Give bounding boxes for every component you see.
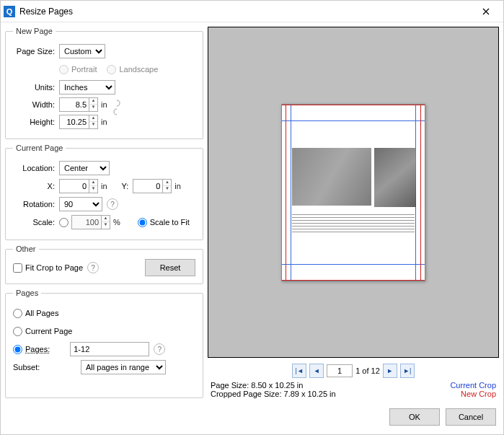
- x-spinner[interactable]: ▲▼: [59, 179, 98, 193]
- pages-group: Pages All Pages Current Page Pages: ? Su…: [5, 289, 203, 398]
- page-size-info-value: 8.50 x 10.25 in: [251, 381, 303, 390]
- subset-label: Subset:: [13, 363, 43, 372]
- current-page-group: Current Page Location: Center X: ▲▼ in Y…: [5, 144, 203, 240]
- page-preview: [281, 104, 425, 281]
- cropped-size-info-value: 7.89 x 10.25 in: [284, 390, 336, 398]
- help-icon[interactable]: ?: [154, 343, 165, 355]
- height-suffix: in: [101, 118, 107, 126]
- current-crop-line: [291, 105, 291, 281]
- height-spinner[interactable]: ▲▼: [59, 115, 98, 129]
- pages-legend: Pages: [13, 289, 41, 297]
- other-group: Other Fit Crop to Page ? Reset: [5, 245, 203, 284]
- first-page-button[interactable]: |◄: [292, 364, 306, 378]
- current-crop-legend: Current Crop: [450, 381, 496, 390]
- current-crop-line: [282, 120, 425, 121]
- current-page-legend: Current Page: [13, 144, 66, 152]
- scale-input: [72, 216, 101, 229]
- height-input[interactable]: [60, 115, 89, 128]
- current-crop-line: [282, 264, 425, 265]
- page-nav: |◄ ◄ 1 of 12 ► ►|: [208, 358, 499, 381]
- last-page-button[interactable]: ►|: [400, 364, 415, 378]
- spinner-up-icon[interactable]: ▲: [89, 115, 97, 122]
- help-icon[interactable]: ?: [87, 262, 99, 273]
- location-select[interactable]: Center: [59, 161, 110, 175]
- cancel-button[interactable]: Cancel: [446, 408, 496, 426]
- x-label: X:: [13, 182, 55, 190]
- width-suffix: in: [101, 100, 107, 109]
- preview-frame: [208, 27, 499, 358]
- scale-percent-radio[interactable]: [59, 218, 68, 227]
- page-size-select[interactable]: Custom: [59, 44, 105, 58]
- height-label: Height:: [13, 118, 55, 126]
- new-crop-legend: New Crop: [461, 390, 496, 398]
- units-label: Units:: [13, 83, 55, 92]
- reset-button[interactable]: Reset: [145, 259, 195, 276]
- help-icon[interactable]: ?: [107, 198, 118, 210]
- width-label: Width:: [13, 100, 55, 109]
- spinner-down-icon[interactable]: ▼: [89, 105, 97, 111]
- page-number-input[interactable]: [327, 364, 353, 377]
- new-crop-line: [286, 105, 286, 281]
- all-pages-radio[interactable]: All Pages: [13, 309, 58, 318]
- window-title: Resize Pages: [19, 6, 472, 17]
- rotation-label: Rotation:: [13, 200, 55, 208]
- spinner-down-icon[interactable]: ▼: [89, 122, 97, 128]
- new-page-legend: New Page: [13, 27, 56, 35]
- landscape-radio: Landscape: [107, 65, 158, 74]
- fit-crop-check[interactable]: Fit Crop to Page: [13, 263, 83, 273]
- titlebar: Q Resize Pages: [1, 1, 503, 22]
- dialog-footer: OK Cancel: [1, 403, 503, 431]
- page-size-label: Page Size:: [13, 47, 55, 56]
- next-page-button[interactable]: ►: [383, 364, 397, 378]
- other-legend: Other: [13, 245, 39, 253]
- width-spinner[interactable]: ▲▼: [59, 97, 98, 112]
- page-illustration: [374, 148, 416, 207]
- app-icon: Q: [4, 6, 15, 17]
- link-dimensions-icon[interactable]: [112, 97, 122, 118]
- x-input[interactable]: [60, 180, 89, 193]
- pages-range-input[interactable]: [70, 342, 149, 356]
- y-spinner[interactable]: ▲▼: [133, 179, 172, 193]
- scale-label: Scale:: [13, 218, 55, 227]
- pages-range-radio[interactable]: Pages:: [13, 345, 50, 354]
- width-input[interactable]: [60, 98, 89, 111]
- y-label: Y:: [122, 182, 129, 190]
- current-page-radio[interactable]: Current Page: [13, 327, 72, 336]
- close-icon: [482, 8, 490, 15]
- page-illustration: [292, 148, 371, 206]
- resize-pages-dialog: Q Resize Pages New Page Page Size: Custo…: [0, 0, 504, 435]
- close-button[interactable]: [472, 1, 500, 22]
- new-crop-line: [282, 105, 425, 105]
- page-size-info-label: Page Size:: [211, 381, 249, 390]
- prev-page-button[interactable]: ◄: [309, 364, 324, 378]
- ok-button[interactable]: OK: [389, 408, 440, 426]
- units-select[interactable]: Inches: [59, 80, 115, 95]
- new-crop-line: [282, 280, 425, 281]
- scale-to-fit-radio[interactable]: Scale to Fit: [138, 218, 190, 227]
- subset-select[interactable]: All pages in range: [81, 360, 166, 374]
- y-input[interactable]: [133, 180, 162, 193]
- page-count-label: 1 of 12: [355, 366, 380, 375]
- cropped-size-info-label: Cropped Page Size:: [211, 390, 281, 398]
- scale-spinner: ▲▼: [71, 215, 110, 229]
- portrait-radio: Portrait: [59, 65, 97, 74]
- spinner-up-icon[interactable]: ▲: [89, 98, 97, 105]
- new-crop-line: [420, 105, 421, 281]
- location-label: Location:: [13, 164, 55, 172]
- new-page-group: New Page Page Size: Custom Portrait Land…: [5, 27, 203, 139]
- rotation-select[interactable]: 90: [59, 197, 102, 211]
